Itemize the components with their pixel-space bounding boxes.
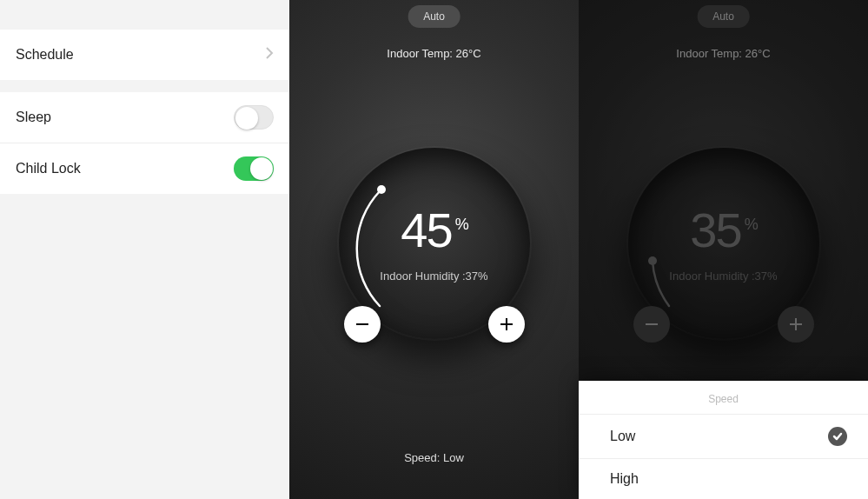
mode-pill[interactable]: Auto: [407, 5, 461, 28]
increase-button[interactable]: [778, 306, 814, 343]
mode-label: Auto: [712, 10, 734, 23]
indoor-temp: Indoor Temp: 26°C: [289, 47, 579, 60]
childlock-toggle[interactable]: [234, 156, 274, 181]
checkmark-icon: [828, 427, 847, 446]
decrease-button[interactable]: [344, 306, 381, 343]
sleep-toggle[interactable]: [234, 105, 274, 130]
sleep-row: Sleep: [0, 92, 289, 143]
speed-value[interactable]: Speed: Low: [289, 451, 579, 464]
schedule-row[interactable]: Schedule: [0, 30, 289, 80]
childlock-label: Child Lock: [16, 161, 81, 176]
humidity-dial[interactable]: 45% Indoor Humidity :37%: [339, 148, 530, 339]
indoor-humidity: Indoor Humidity :37%: [628, 269, 819, 283]
target-humidity-value: 45%: [339, 202, 530, 258]
speed-option-label: High: [610, 471, 639, 487]
sleep-label: Sleep: [16, 110, 51, 125]
indoor-temp: Indoor Temp: 26°C: [579, 47, 868, 60]
mode-label: Auto: [423, 10, 445, 23]
mode-pill[interactable]: Auto: [697, 5, 750, 28]
speed-option-low[interactable]: Low: [579, 414, 868, 458]
target-humidity-value: 35%: [628, 202, 819, 258]
humidity-dial: 35% Indoor Humidity :37%: [628, 148, 819, 339]
device-panel-dimmed: Auto Indoor Temp: 26°C 35% Indoor Humidi…: [579, 0, 868, 499]
increase-button[interactable]: [488, 306, 525, 343]
decrease-button[interactable]: [633, 306, 670, 343]
settings-panel: Schedule Sleep Child Lock: [0, 0, 289, 499]
speed-sheet: Speed Low High: [579, 381, 868, 499]
schedule-label: Schedule: [16, 47, 74, 63]
device-panel-active: Auto Indoor Temp: 26°C 45% Indoor Humidi…: [289, 0, 579, 499]
speed-option-high[interactable]: High: [579, 458, 868, 499]
svg-point-0: [377, 185, 386, 194]
chevron-right-icon: [265, 46, 274, 63]
indoor-humidity: Indoor Humidity :37%: [339, 269, 530, 283]
speed-option-label: Low: [610, 429, 635, 444]
childlock-row: Child Lock: [0, 143, 289, 194]
sheet-title: Speed: [579, 381, 868, 414]
